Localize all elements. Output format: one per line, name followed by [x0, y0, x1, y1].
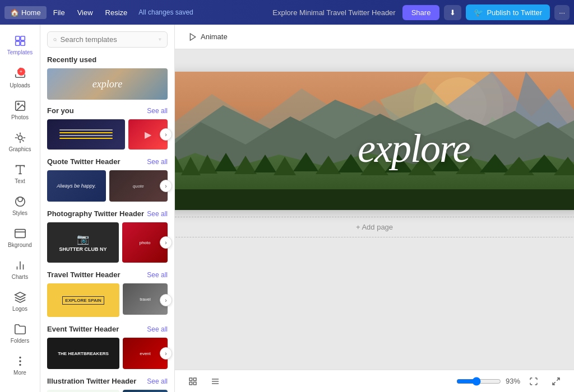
- photography-header-title: Photography Twitter Header: [47, 209, 144, 218]
- zoom-value: 93%: [506, 377, 520, 385]
- travel-thumbs: EXPLORE SPAIN travel ›: [47, 283, 168, 317]
- bottombar: 93%: [175, 370, 574, 392]
- svg-rect-1: [20, 36, 24, 40]
- illustration-see-all[interactable]: See all: [147, 377, 168, 385]
- event-thumbs: THE HEARTBREAKERS event ›: [47, 338, 168, 369]
- quote-thumbs: Always be happy. quote ›: [47, 170, 168, 202]
- canvas[interactable]: explore: [175, 72, 574, 210]
- uploads-badge: +: [17, 68, 25, 76]
- canvas-area: Animate ⧉ ↻: [175, 25, 574, 392]
- animate-button[interactable]: Animate: [184, 30, 232, 44]
- more-options-button[interactable]: ···: [554, 5, 570, 20]
- sidebar-item-uploads[interactable]: + Uploads: [2, 61, 38, 94]
- illustration-thumbs: ◇◇ Young Emerald Heart illus ›: [47, 390, 168, 392]
- download-icon: ⬇: [450, 8, 456, 17]
- travel-thumb-1[interactable]: EXPLORE SPAIN: [47, 283, 119, 317]
- sidebar-item-more[interactable]: More: [2, 349, 38, 381]
- publish-button[interactable]: 🐦 Publish to Twitter: [466, 4, 550, 20]
- sidebar-item-text[interactable]: Text: [2, 158, 38, 190]
- explore-spain-text: EXPLORE SPAIN: [62, 296, 104, 305]
- photography-header-section: Photography Twitter Header See all: [47, 209, 168, 218]
- for-you-thumb-road[interactable]: [47, 119, 125, 150]
- canvas-scroll[interactable]: ⧉ ↻: [175, 49, 574, 370]
- recently-used-thumb[interactable]: explore: [47, 68, 168, 100]
- quote-header-title: Quote Twitter Header: [47, 157, 121, 166]
- add-page-button[interactable]: + Add page: [175, 217, 574, 237]
- sidebar-label-uploads: Uploads: [10, 82, 30, 88]
- sidebar-item-templates[interactable]: Templates: [2, 29, 38, 61]
- sidebar-item-folders[interactable]: Folders: [2, 318, 38, 349]
- svg-marker-23: [190, 34, 195, 40]
- quote-header-section: Quote Twitter Header See all: [47, 157, 168, 166]
- photography-thumb-1[interactable]: 📷 SHUTTER CLUB NY: [47, 222, 119, 263]
- quote-see-all[interactable]: See all: [147, 158, 168, 166]
- view-menu[interactable]: View: [72, 6, 99, 19]
- photography-thumbs: 📷 SHUTTER CLUB NY photo ›: [47, 222, 168, 263]
- sidebar-item-background[interactable]: Bkground: [2, 222, 38, 254]
- canvas-explore-text: explore: [358, 128, 469, 169]
- fit-icon: [529, 377, 538, 386]
- illustration-thumb-2[interactable]: illus: [123, 390, 168, 392]
- recently-used-header: Recently used: [47, 55, 168, 64]
- for-you-header: For you See all: [47, 106, 168, 115]
- quote-thumb-2[interactable]: quote: [109, 170, 168, 202]
- for-you-see-all[interactable]: See all: [147, 107, 168, 115]
- travel-next-arrow[interactable]: ›: [160, 294, 172, 306]
- zoom-slider[interactable]: [456, 377, 501, 386]
- photography-see-all[interactable]: See all: [147, 210, 168, 218]
- sidebar-item-logos[interactable]: Logos: [2, 286, 38, 318]
- fullscreen-button[interactable]: [547, 375, 565, 388]
- svg-rect-0: [15, 36, 19, 40]
- canvas-wrapper: ⧉ ↻: [175, 72, 574, 210]
- sidebar-label-text: Text: [15, 178, 25, 184]
- sidebar-item-photos[interactable]: Photos: [2, 94, 38, 126]
- search-input[interactable]: [61, 35, 155, 44]
- expand-icon: [552, 377, 561, 386]
- for-you-next-arrow[interactable]: ›: [160, 128, 172, 141]
- shutter-text: SHUTTER CLUB NY: [59, 246, 107, 253]
- sidebar-item-charts[interactable]: Charts: [2, 254, 38, 286]
- event-header-section: Event Twitter Header See all: [47, 325, 168, 333]
- travel-see-all[interactable]: See all: [147, 271, 168, 279]
- road-illustration: [55, 125, 117, 143]
- search-bar[interactable]: [47, 31, 168, 48]
- illustration-thumb-1[interactable]: ◇◇ Young Emerald Heart: [47, 390, 119, 392]
- twitter-icon: 🐦: [474, 8, 483, 17]
- svg-rect-3: [20, 41, 24, 45]
- recently-used-title: Recently used: [47, 55, 96, 64]
- svg-rect-55: [193, 378, 196, 381]
- sidebar-label-templates: Templates: [7, 49, 33, 55]
- resize-menu[interactable]: Resize: [100, 6, 133, 19]
- svg-point-17: [20, 361, 21, 362]
- explore-script-small: explore: [92, 78, 122, 90]
- list-view-button[interactable]: [206, 375, 224, 388]
- home-button[interactable]: 🏠 Home: [4, 6, 47, 19]
- file-menu[interactable]: File: [48, 6, 71, 19]
- templates-panel: Recently used explore For you See all ▶ …: [40, 25, 175, 392]
- download-button[interactable]: ⬇: [444, 5, 461, 20]
- grid-view-button[interactable]: [184, 375, 202, 388]
- photography-next-arrow[interactable]: ›: [160, 236, 172, 249]
- svg-point-19: [54, 38, 56, 40]
- svg-rect-57: [193, 382, 196, 385]
- canvas-toolbar: Animate: [175, 25, 574, 49]
- sidebar-icons: Templates + Uploads Photos Graphics Text…: [0, 25, 40, 392]
- fit-screen-button[interactable]: [525, 375, 543, 388]
- sidebar-label-graphics: Graphics: [8, 146, 31, 152]
- illustration-header-section: Illustration Twitter Header See all: [47, 377, 168, 385]
- svg-rect-2: [15, 41, 19, 45]
- sidebar-label-styles: Styles: [12, 210, 27, 216]
- svg-line-61: [557, 378, 559, 381]
- event-see-all[interactable]: See all: [147, 325, 168, 333]
- quote-thumb-1[interactable]: Always be happy.: [47, 170, 106, 202]
- sidebar-item-styles[interactable]: Styles: [2, 190, 38, 222]
- quote-next-arrow[interactable]: ›: [160, 180, 172, 192]
- svg-point-16: [20, 357, 21, 358]
- event-next-arrow[interactable]: ›: [160, 347, 172, 360]
- sidebar-item-graphics[interactable]: Graphics: [2, 126, 38, 158]
- camera-icon: 📷: [77, 233, 89, 245]
- sidebar-label-folders: Folders: [11, 338, 29, 344]
- share-button[interactable]: Share: [402, 5, 440, 20]
- event-thumb-1[interactable]: THE HEARTBREAKERS: [47, 338, 119, 369]
- sidebar-label-photos: Photos: [11, 114, 29, 120]
